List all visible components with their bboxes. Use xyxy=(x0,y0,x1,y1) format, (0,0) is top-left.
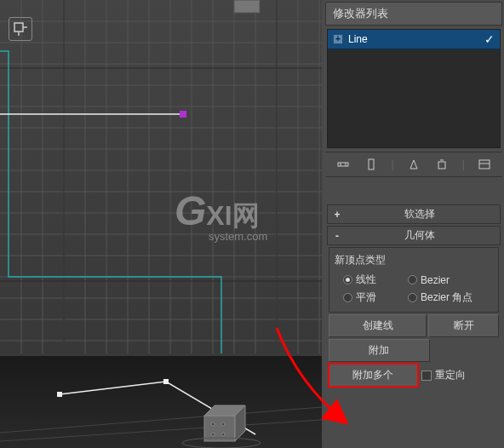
expand-icon[interactable]: + xyxy=(333,34,343,44)
plus-icon: + xyxy=(331,209,343,221)
perspective-viewport[interactable] xyxy=(0,356,322,448)
check-icon: ✓ xyxy=(484,32,495,46)
radio-bezier[interactable]: Bezier xyxy=(408,274,467,286)
attach-button[interactable]: 附加 xyxy=(329,339,430,362)
rollout-title: 软选择 xyxy=(343,207,496,221)
svg-rect-56 xyxy=(369,159,374,169)
modifier-list-dropdown[interactable]: 修改器列表 xyxy=(325,2,502,26)
pin-stack-icon[interactable] xyxy=(335,156,352,173)
viewport[interactable]: GXI网 system.com xyxy=(0,0,322,448)
rollout-geometry[interactable]: - 几何体 xyxy=(327,226,501,245)
stack-toolbar: | | xyxy=(325,152,502,177)
viewport-corner-icon[interactable] xyxy=(9,17,32,41)
svg-rect-36 xyxy=(180,111,186,118)
svg-rect-38 xyxy=(14,23,23,32)
radio-label: Bezier xyxy=(421,274,450,286)
make-unique-icon[interactable] xyxy=(405,156,422,173)
svg-rect-43 xyxy=(57,392,62,397)
svg-rect-53 xyxy=(338,163,348,166)
create-line-button[interactable]: 创建线 xyxy=(329,314,427,337)
rollout-soft-selection[interactable]: + 软选择 xyxy=(327,204,501,224)
modify-panel: 修改器列表 + Line ✓ | | + 软选择 - 几何体 新顶点类型 线性 … xyxy=(324,0,504,448)
radio-label: 平滑 xyxy=(356,290,376,305)
stack-item-line[interactable]: + Line ✓ xyxy=(328,30,500,49)
minus-icon: - xyxy=(331,230,343,242)
radio-bezier-corner[interactable]: Bezier 角点 xyxy=(408,290,472,305)
svg-rect-44 xyxy=(163,379,169,384)
break-button[interactable]: 断开 xyxy=(428,314,499,337)
show-end-result-icon[interactable] xyxy=(363,156,380,173)
configure-icon[interactable] xyxy=(476,156,493,173)
geometry-rollout-body: 新顶点类型 线性 Bezier 平滑 Bezier 角点 xyxy=(329,247,499,313)
radio-smooth[interactable]: 平滑 xyxy=(343,290,403,305)
reorient-checkbox[interactable]: 重定向 xyxy=(420,364,499,387)
svg-point-49 xyxy=(221,422,225,426)
svg-rect-59 xyxy=(479,160,490,169)
svg-line-42 xyxy=(0,420,322,441)
radio-linear[interactable]: 线性 xyxy=(343,273,403,287)
radio-label: 线性 xyxy=(356,273,376,287)
checkbox-icon xyxy=(421,370,432,381)
checkbox-label: 重定向 xyxy=(435,368,466,382)
new-vertex-type-label: 新顶点类型 xyxy=(335,253,493,267)
svg-point-51 xyxy=(221,433,225,436)
svg-rect-57 xyxy=(438,162,445,169)
svg-rect-37 xyxy=(234,0,260,13)
svg-point-48 xyxy=(211,422,215,426)
svg-rect-45 xyxy=(204,416,235,441)
top-viewport-grid[interactable]: GXI网 system.com xyxy=(0,0,322,353)
radio-label: Bezier 角点 xyxy=(421,290,472,305)
svg-line-41 xyxy=(0,407,322,433)
remove-modifier-icon[interactable] xyxy=(433,156,450,173)
modifier-stack[interactable]: + Line ✓ xyxy=(327,29,501,148)
attach-multiple-button[interactable]: 附加多个 xyxy=(329,364,418,387)
svg-point-50 xyxy=(211,433,215,436)
stack-item-label: Line xyxy=(348,33,368,45)
rollout-title: 几何体 xyxy=(343,228,496,243)
